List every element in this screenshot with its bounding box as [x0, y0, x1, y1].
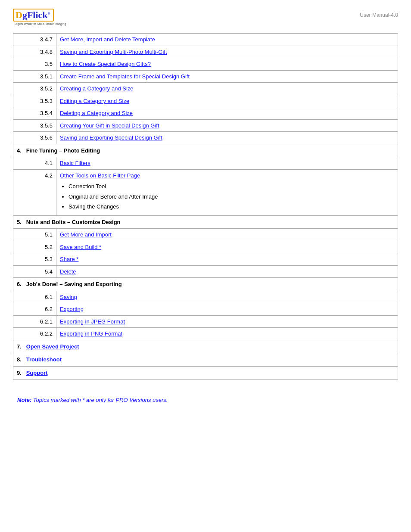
section-link[interactable]: Saving — [56, 291, 398, 303]
section-link[interactable]: Exporting in PNG Format — [56, 328, 398, 340]
page-header: D gFlick® Digital World for Still & Moti… — [13, 9, 398, 25]
table-row: 4.2 Other Tools on Basic Filter Page Cor… — [13, 169, 398, 215]
logo-container: D gFlick® Digital World for Still & Moti… — [13, 9, 66, 25]
table-row: 3.5.5 Creating Your Gift in Special Desi… — [13, 119, 398, 132]
table-row: 3.4.8 Saving and Exporting Multi-Photo M… — [13, 46, 398, 58]
logo-d-letter: D — [16, 10, 22, 20]
section-num: 6.1 — [13, 291, 56, 303]
main-section-row: 5. Nuts and Bolts – Customize Design — [13, 215, 398, 229]
main-section-label: 5. Nuts and Bolts – Customize Design — [13, 215, 398, 229]
section-num: 6.2.1 — [13, 315, 56, 328]
section-link[interactable]: How to Create Special Design Gifts? — [56, 58, 398, 71]
section-num: 3.5.5 — [13, 119, 56, 132]
section-link[interactable]: Creating Your Gift in Special Design Gif… — [56, 119, 398, 132]
manual-title: User Manual-4.0 — [360, 12, 398, 18]
section-link[interactable]: Save and Build * — [56, 241, 398, 253]
table-row: 6.2.1 Exporting in JPEG Format — [13, 315, 398, 328]
logo: D gFlick® — [13, 9, 54, 22]
section-num: 3.5.2 — [13, 83, 56, 95]
main-section-row: 7. Open Saved Project — [13, 340, 398, 353]
section-num: 3.5.1 — [13, 70, 56, 83]
section-link[interactable]: Share * — [56, 253, 398, 266]
main-section-row: 6. Job's Done! – Saving and Exporting — [13, 278, 398, 291]
main-section-label: 6. Job's Done! – Saving and Exporting — [13, 278, 398, 291]
table-row: 3.5 How to Create Special Design Gifts? — [13, 58, 398, 71]
section-num: 3.5.3 — [13, 95, 56, 107]
table-row: 3.5.2 Creating a Category and Size — [13, 83, 398, 95]
table-row: 6.2 Exporting — [13, 303, 398, 316]
table-row: 5.3 Share * — [13, 253, 398, 266]
main-section-row: 8. Troubleshoot — [13, 353, 398, 367]
toc-table: 3.4.7 Get More, Import and Delete Templa… — [13, 33, 398, 380]
section-link[interactable]: Delete — [56, 265, 398, 278]
section-num: 5.4 — [13, 265, 56, 278]
section-num: 3.5 — [13, 58, 56, 71]
logo-tagline: Digital World for Still & Motion Imaging — [13, 22, 66, 25]
bullet-list: Correction Tool Original and Before and … — [68, 180, 394, 214]
list-item: Correction Tool — [68, 181, 394, 192]
section-num: 4.1 — [13, 157, 56, 170]
table-row: 3.5.1 Create Frame and Templates for Spe… — [13, 70, 398, 83]
table-row: 6.1 Saving — [13, 291, 398, 303]
table-row: 5.4 Delete — [13, 265, 398, 278]
main-section-row: 9. Support — [13, 366, 398, 380]
note-body: Topics marked with * are only for PRO Ve… — [33, 397, 168, 403]
main-section-label: 8. Troubleshoot — [13, 353, 398, 367]
logo-text: gFlick® — [22, 10, 50, 20]
section-link[interactable]: Create Frame and Templates for Special D… — [56, 70, 398, 83]
main-section-label: 9. Support — [13, 366, 398, 380]
section-num: 6.2.2 — [13, 328, 56, 340]
table-row: 3.5.4 Deleting a Category and Size — [13, 107, 398, 120]
note-section: Note: Topics marked with * are only for … — [13, 397, 398, 403]
table-row: 3.5.3 Editing a Category and Size — [13, 95, 398, 107]
section-num: 5.1 — [13, 229, 56, 241]
section-num: 3.4.8 — [13, 46, 56, 58]
section-num: 3.5.4 — [13, 107, 56, 120]
table-row: 5.2 Save and Build * — [13, 241, 398, 253]
main-section-label: 7. Open Saved Project — [13, 340, 398, 353]
section-link[interactable]: Get More, Import and Delete Template — [56, 34, 398, 46]
section-link[interactable]: Exporting in JPEG Format — [56, 315, 398, 328]
section-link[interactable]: Other Tools on Basic Filter Page — [60, 172, 140, 179]
section-link[interactable]: Creating a Category and Size — [56, 83, 398, 95]
section-link[interactable]: Saving and Exporting Special Design Gift — [56, 132, 398, 144]
main-section-row: 4. Fine Tuning – Photo Editing — [13, 144, 398, 157]
main-section-label: 4. Fine Tuning – Photo Editing — [13, 144, 398, 157]
table-row: 3.5.6 Saving and Exporting Special Desig… — [13, 132, 398, 144]
section-link[interactable]: Get More and Import — [56, 229, 398, 241]
table-row: 5.1 Get More and Import — [13, 229, 398, 241]
table-row: 3.4.7 Get More, Import and Delete Templa… — [13, 34, 398, 46]
table-row: 6.2.2 Exporting in PNG Format — [13, 328, 398, 340]
section-num: 5.3 — [13, 253, 56, 266]
section-num: 3.5.6 — [13, 132, 56, 144]
section-link[interactable]: Saving and Exporting Multi-Photo Multi-G… — [56, 46, 398, 58]
section-num: 3.4.7 — [13, 34, 56, 46]
note-text: Note: Topics marked with * are only for … — [17, 397, 168, 403]
section-link[interactable]: Basic Filters — [56, 157, 398, 170]
table-row: 4.1 Basic Filters — [13, 157, 398, 170]
list-item: Saving the Changes — [68, 202, 394, 212]
note-label: Note: — [17, 397, 31, 403]
section-link[interactable]: Exporting — [56, 303, 398, 316]
section-num: 4.2 — [13, 169, 56, 215]
section-num: 5.2 — [13, 241, 56, 253]
section-num: 6.2 — [13, 303, 56, 316]
section-content: Other Tools on Basic Filter Page Correct… — [56, 169, 398, 215]
section-link[interactable]: Editing a Category and Size — [56, 95, 398, 107]
section-link[interactable]: Deleting a Category and Size — [56, 107, 398, 120]
list-item: Original and Before and After Image — [68, 192, 394, 202]
